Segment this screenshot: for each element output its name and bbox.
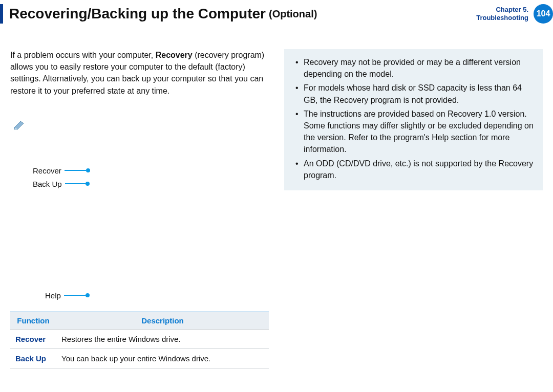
- chapter-line2: Troubleshooting: [476, 14, 528, 22]
- th-function: Function: [10, 312, 56, 329]
- cell-function-name: Recover: [10, 329, 56, 349]
- table-header-row: Function Description: [10, 312, 269, 329]
- callout-recover-label: Recover: [33, 166, 61, 175]
- info-note-box: Recovery may not be provided or may be a…: [284, 49, 543, 190]
- left-column: If a problem occurs with your computer, …: [10, 49, 269, 368]
- page-header: Recovering/Backing up the Computer (Opti…: [0, 0, 553, 24]
- callout-line: [65, 183, 86, 184]
- note-icon: [13, 120, 26, 130]
- page-title: Recovering/Backing up the Computer: [9, 6, 266, 22]
- callout-line: [65, 170, 86, 171]
- info-item: For models whose hard disk or SSD capaci…: [295, 82, 535, 105]
- callout-help-label: Help: [45, 291, 61, 300]
- chapter-label: Chapter 5. Troubleshooting: [476, 6, 528, 23]
- info-item: The instructions are provided based on R…: [295, 108, 535, 156]
- intro-part1: If a problem occurs with your computer,: [10, 51, 156, 59]
- header-right: Chapter 5. Troubleshooting 104: [476, 4, 553, 24]
- right-column: Recovery may not be provided or may be a…: [284, 49, 543, 368]
- callout-line: [64, 295, 86, 296]
- intro-paragraph: If a problem occurs with your computer, …: [10, 49, 269, 97]
- th-description: Description: [56, 312, 269, 329]
- recovery-screenshot-area: Recover Back Up Help: [10, 117, 269, 307]
- page-title-optional: (Optional): [269, 8, 317, 20]
- info-item: An ODD (CD/DVD drive, etc.) is not suppo…: [295, 158, 535, 181]
- cell-description: Restores the entire Windows drive.: [56, 329, 269, 349]
- info-list: Recovery may not be provided or may be a…: [295, 56, 535, 181]
- callout-dot: [86, 182, 90, 186]
- callout-backup: Back Up: [33, 180, 86, 188]
- callout-recover: Recover: [33, 166, 86, 175]
- chapter-line1: Chapter 5.: [476, 6, 528, 14]
- cell-description: You can back up your entire Windows driv…: [56, 349, 269, 368]
- cell-function-name: Back Up: [10, 349, 56, 368]
- title-block: Recovering/Backing up the Computer (Opti…: [0, 4, 317, 24]
- table-row: Back Up You can back up your entire Wind…: [10, 349, 269, 368]
- intro-bold: Recovery: [156, 51, 193, 59]
- page-number-badge: 104: [534, 4, 553, 24]
- callout-backup-label: Back Up: [33, 180, 62, 188]
- function-table: Function Description Recover Restores th…: [10, 312, 269, 368]
- table-row: Recover Restores the entire Windows driv…: [10, 329, 269, 349]
- page-number: 104: [537, 9, 550, 18]
- callout-help: Help: [45, 291, 86, 300]
- title-accent-bar: [0, 4, 3, 24]
- callout-dot: [86, 168, 90, 172]
- info-item: Recovery may not be provided or may be a…: [295, 56, 535, 80]
- callout-dot: [86, 293, 90, 297]
- content-area: If a problem occurs with your computer, …: [0, 24, 553, 368]
